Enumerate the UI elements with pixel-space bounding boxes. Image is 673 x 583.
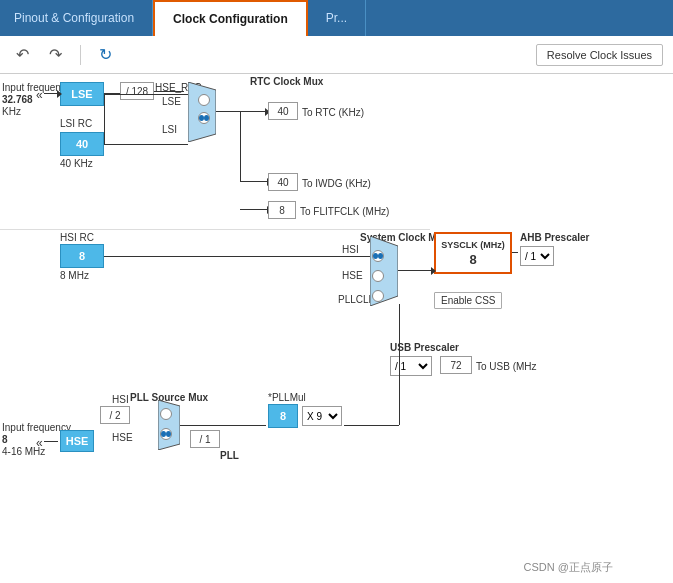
lsi-rc-unit: 40 KHz <box>60 158 93 169</box>
hsi-div2-box: / 2 <box>100 406 130 424</box>
hsi-rc-unit: 8 MHz <box>60 270 89 281</box>
enable-css-button[interactable]: Enable CSS <box>434 292 502 309</box>
double-arrow-hse: « <box>36 436 43 450</box>
to-flit-label: To FLITFCLK (MHz) <box>300 206 389 217</box>
sysclk-to-ahb-line <box>512 252 518 253</box>
hse-input-line <box>44 441 58 442</box>
sys-mux-radio-hsi[interactable] <box>372 250 384 262</box>
toolbar-separator <box>80 45 81 65</box>
sysclk-box: SYSCLK (MHz) 8 <box>434 232 512 274</box>
section-divider <box>0 229 430 230</box>
tab-bar: Pinout & Configuration Clock Configurati… <box>0 0 673 36</box>
to-rtc-value-box: 40 <box>268 102 298 120</box>
double-arrow-lse: « <box>36 88 43 102</box>
input-freq-top-unit: KHz <box>2 106 21 117</box>
pll-vert-to-mux <box>399 304 400 425</box>
lse-box: LSE <box>60 82 104 106</box>
ahb-div-select-container[interactable]: / 1 / 2 / 4 <box>520 246 554 266</box>
sys-mux-radio-hse[interactable] <box>372 270 384 282</box>
tab-project[interactable]: Pr... <box>308 0 366 36</box>
refresh-button[interactable]: ↻ <box>93 43 118 66</box>
pll-to-sysclk-line <box>344 425 399 426</box>
rtc-mux-radio-lse[interactable] <box>198 112 210 124</box>
div128-box: / 128 <box>120 82 154 100</box>
pll-mul-select[interactable]: X 9 X 8 X 6 <box>302 406 342 426</box>
pll-hse-div1-box: / 1 <box>190 430 220 448</box>
resolve-clock-button[interactable]: Resolve Clock Issues <box>536 44 663 66</box>
diagram-canvas: Input frequency 32.768 KHz LSE « 40 LSI … <box>0 74 673 583</box>
to-flit-hline <box>240 209 268 210</box>
redo-button[interactable]: ↷ <box>43 43 68 66</box>
lse-to-mux-line <box>104 94 188 95</box>
to-iwdg-hline <box>240 181 268 182</box>
pll-hse-label: HSE <box>112 432 133 443</box>
to-iwdg-label: To IWDG (KHz) <box>302 178 371 189</box>
lse-mux-label: LSE <box>162 96 181 107</box>
rtc-mux-radio-hse[interactable] <box>198 94 210 106</box>
hse-sys-label: HSE <box>342 270 363 281</box>
tab-pinout[interactable]: Pinout & Configuration <box>0 0 153 36</box>
sys-mux-radio-pll[interactable] <box>372 290 384 302</box>
to-rtc-label: To RTC (KHz) <box>302 107 364 118</box>
pll-mul-label: *PLLMul <box>268 392 306 403</box>
pll-mux-to-mul-line <box>180 425 266 426</box>
lsi-rc-label: LSI RC <box>60 118 92 129</box>
pll-mul-value-box: 8 <box>268 404 298 428</box>
input-freq-bottom-value: 8 <box>2 434 8 445</box>
usb-output-label: To USB (MHz <box>476 361 537 372</box>
lsi-to-mux-line <box>104 144 188 145</box>
lse-lsi-vline <box>104 94 105 144</box>
ahb-div-select[interactable]: / 1 / 2 / 4 <box>520 246 554 266</box>
csdn-watermark: CSDN @正点原子 <box>524 560 613 575</box>
clock-diagram: Input frequency 32.768 KHz LSE « 40 LSI … <box>0 74 673 583</box>
ahb-prescaler-label: AHB Prescaler <box>520 232 589 243</box>
lsi-mux-label: LSI <box>162 124 177 135</box>
pll-mux-radio-hsi[interactable] <box>160 408 172 420</box>
pll-label: PLL <box>220 450 239 461</box>
pll-hsi-label: HSI <box>112 394 129 405</box>
hsi-to-mux-line <box>104 256 384 257</box>
usb-div-select-container[interactable]: / 1 / 1.5 <box>390 356 432 376</box>
rtc-clock-mux-label: RTC Clock Mux <box>250 76 323 87</box>
mux-to-rtc-out <box>216 111 266 112</box>
usb-div-select[interactable]: / 1 / 1.5 <box>390 356 432 376</box>
svg-marker-2 <box>158 400 180 450</box>
to-iwdg-vline <box>240 111 241 181</box>
hsi-rc-label: HSI RC <box>60 232 94 243</box>
mux-to-sysclk-line <box>398 270 432 271</box>
usb-output-box: 72 <box>440 356 472 374</box>
lsi-rc-box: 40 <box>60 132 104 156</box>
to-iwdg-value-box: 40 <box>268 173 298 191</box>
input-freq-top-value: 32.768 <box>2 94 33 105</box>
hsi-rc-box: 8 <box>60 244 104 268</box>
sysclk-label: SYSCLK (MHz) <box>441 240 505 250</box>
pll-source-mux-shape <box>158 400 180 450</box>
hse-bottom-box: HSE <box>60 430 94 452</box>
tab-clock[interactable]: Clock Configuration <box>153 0 308 36</box>
usb-prescaler-label: USB Prescaler <box>390 342 459 353</box>
lse-input-line <box>44 93 58 94</box>
hsi-sys-label: HSI <box>342 244 359 255</box>
sysclk-value: 8 <box>469 252 476 267</box>
to-flit-value-box: 8 <box>268 201 296 219</box>
pll-mul-select-container[interactable]: X 9 X 8 X 6 <box>302 406 342 426</box>
undo-button[interactable]: ↶ <box>10 43 35 66</box>
pll-mux-radio-hse[interactable] <box>160 428 172 440</box>
toolbar: ↶ ↷ ↻ Resolve Clock Issues <box>0 36 673 74</box>
